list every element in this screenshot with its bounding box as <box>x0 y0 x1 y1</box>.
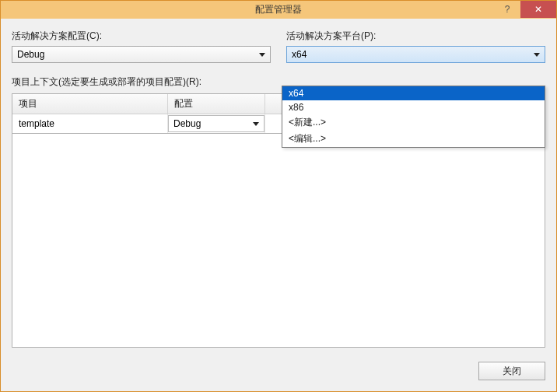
top-row: 活动解决方案配置(C): Debug 活动解决方案平台(P): x64 <box>12 30 545 63</box>
content-area: 活动解决方案配置(C): Debug 活动解决方案平台(P): x64 项目上下… <box>1 19 556 354</box>
dropdown-item[interactable]: <新建...> <box>282 114 545 131</box>
active-config-select[interactable]: Debug <box>12 46 271 63</box>
titlebar: 配置管理器 ? ✕ <box>1 1 556 19</box>
dropdown-item[interactable]: x86 <box>282 100 545 114</box>
chevron-down-icon <box>259 53 265 57</box>
close-button[interactable]: 关闭 <box>478 362 545 380</box>
help-button[interactable]: ? <box>494 1 520 18</box>
row-config-value: Debug <box>173 118 201 129</box>
close-button-label: 关闭 <box>503 365 521 378</box>
help-icon: ? <box>505 4 510 15</box>
table-empty-area <box>12 134 545 348</box>
footer: 关闭 <box>1 354 556 391</box>
config-manager-dialog: 配置管理器 ? ✕ 活动解决方案配置(C): Debug 活动解决方案平台(P)… <box>0 0 557 392</box>
chevron-down-icon <box>253 122 259 126</box>
active-config-value: Debug <box>17 49 44 60</box>
active-config-col: 活动解决方案配置(C): Debug <box>12 30 271 63</box>
header-config[interactable]: 配置 <box>168 94 265 114</box>
chevron-down-icon <box>534 53 540 57</box>
active-platform-label: 活动解决方案平台(P): <box>286 30 545 43</box>
dropdown-item[interactable]: x64 <box>282 86 545 100</box>
active-platform-col: 活动解决方案平台(P): x64 <box>286 30 545 63</box>
close-icon: ✕ <box>534 4 542 15</box>
titlebar-controls: ? ✕ <box>494 1 556 19</box>
header-project[interactable]: 项目 <box>12 94 168 114</box>
active-platform-value: x64 <box>292 49 307 60</box>
cell-project[interactable]: template <box>12 114 168 133</box>
window-title: 配置管理器 <box>1 3 556 16</box>
close-window-button[interactable]: ✕ <box>520 1 556 18</box>
active-config-label: 活动解决方案配置(C): <box>12 30 271 43</box>
active-platform-select[interactable]: x64 <box>286 46 545 63</box>
cell-config: Debug <box>168 114 265 133</box>
dropdown-item[interactable]: <编辑...> <box>282 131 545 147</box>
platform-dropdown-popup: x64 x86 <新建...> <编辑...> <box>282 86 545 148</box>
row-config-select[interactable]: Debug <box>168 115 264 132</box>
